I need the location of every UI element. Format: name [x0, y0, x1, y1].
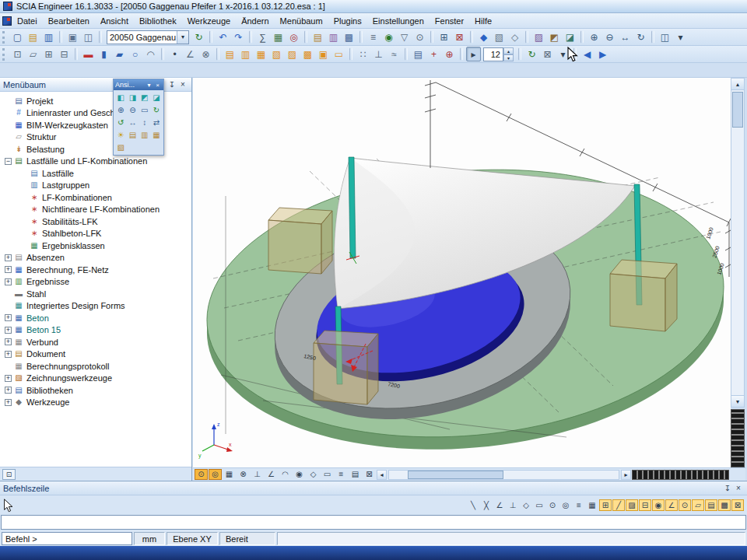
plane-cell[interactable]: Ebene XY [167, 532, 218, 545]
scale-spinner[interactable]: 12 ▴ ▾ [483, 47, 514, 61]
view-axo-2-icon[interactable]: ◨ [127, 92, 138, 103]
tree-expander-icon[interactable] [20, 230, 27, 237]
cursor-snap-toggle[interactable]: ▸ [466, 47, 481, 61]
tree-expander-icon[interactable]: + [5, 327, 12, 334]
menu-item[interactable]: Menübaum [275, 15, 328, 27]
cmd-rectangle-icon[interactable]: ▭ [533, 499, 545, 511]
tree-expander-icon[interactable] [20, 242, 27, 249]
intersection-icon[interactable]: ⊗ [198, 47, 213, 61]
vertical-scrollbar[interactable]: ▴ ▾ [731, 78, 745, 408]
tree-item-design-forms[interactable]: ▦ Integriertes Design Forms [2, 300, 191, 313]
snap-midpoint-toggle-icon[interactable]: ╱ [612, 499, 625, 511]
spinner-down-icon[interactable]: ▾ [503, 54, 514, 61]
tree-expander-icon[interactable]: + [5, 375, 12, 382]
3d-scene-canvas[interactable]: 1000 2500 1000 1250 7200 z x y [193, 78, 731, 467]
spinner-up-icon[interactable]: ▴ [503, 47, 514, 54]
table-results-icon[interactable]: ▩ [342, 30, 356, 44]
snap-grid-icon[interactable]: ▦ [223, 469, 236, 480]
snap-tangent-icon[interactable]: ◠ [279, 469, 292, 480]
snap-ortho-toggle-icon[interactable]: ⊟ [639, 499, 651, 511]
node-icon[interactable]: • [167, 47, 182, 61]
tree-expander-icon[interactable] [5, 121, 12, 128]
document-icon[interactable]: ▤ [310, 30, 325, 44]
dot-grid-icon[interactable]: ∷ [356, 47, 370, 61]
menu-item[interactable]: Plugins [328, 15, 367, 27]
cmd-node-icon[interactable]: ◇ [520, 499, 532, 511]
menu-item[interactable]: Bibliothek [134, 15, 182, 27]
print-icon[interactable]: ▣ [65, 30, 80, 44]
new-project-icon[interactable]: ▢ [10, 30, 25, 44]
draw-beam-icon[interactable]: ▬ [81, 47, 96, 61]
cmd-perpendicular-icon[interactable]: ⊥ [507, 499, 519, 511]
draw-circle-icon[interactable]: ○ [128, 47, 142, 61]
model-viewport[interactable]: 1000 2500 1000 1250 7200 z x y [193, 78, 731, 467]
tree-item-beton[interactable]: + ▦ Beton [2, 312, 191, 324]
tree-item-berechnungsprotokoll[interactable]: ▦ Berechnungsprotokoll [2, 360, 191, 373]
tree-item-verbund[interactable]: + ▦ Verbund [2, 336, 191, 348]
snap-node-icon[interactable]: ◇ [307, 469, 320, 480]
tree-item-lastfaelle-lfk[interactable]: − ▤ Lastfälle und LF-Kombinationen [2, 156, 191, 168]
snap-mesh-toggle-icon[interactable]: ▩ [718, 499, 731, 511]
zoom-all-icon[interactable]: ⊞ [437, 30, 451, 44]
help-topics-icon[interactable]: ◫ [658, 30, 672, 44]
tree-item-bibliotheken[interactable]: + ▤ Bibliotheken [2, 384, 191, 397]
rotate-view-icon[interactable]: ↻ [633, 30, 648, 44]
tree-item-stahl[interactable]: ▬ Stahl [2, 288, 191, 300]
tree-expander-icon[interactable] [20, 170, 27, 177]
pan-icon[interactable]: ↔ [618, 30, 633, 44]
menu-item[interactable]: Bearbeiten [43, 15, 95, 27]
draw-arc-icon[interactable]: ◠ [143, 47, 158, 61]
draw-column-icon[interactable]: ▮ [96, 47, 111, 61]
tree-expander-icon[interactable]: + [5, 266, 12, 273]
tree-expander-icon[interactable] [5, 290, 12, 297]
tree-item-ergebnisklassen[interactable]: ▦ Ergebnisklassen [2, 240, 191, 252]
picture-gallery-icon[interactable]: ▥ [326, 30, 341, 44]
snap-center-toggle-icon[interactable]: ◉ [652, 499, 665, 511]
snap-endpoint-icon[interactable]: ◎ [209, 469, 222, 480]
ucs-icon[interactable]: + [426, 47, 441, 61]
tree-expander-icon[interactable] [20, 218, 27, 225]
scale-value[interactable]: 12 [483, 47, 503, 61]
snap-intersection-toggle-icon[interactable]: ▨ [626, 499, 638, 511]
zoom-in-icon[interactable]: ⊕ [587, 30, 601, 44]
cross-sections-icon[interactable]: ◩ [547, 30, 562, 44]
tree-expander-icon[interactable]: + [5, 387, 12, 394]
tree-item-lf-kombinationen[interactable]: ∗ LF-Kombinationen [2, 191, 191, 204]
command-panel-header[interactable]: Befehlszeile ↧ × [0, 481, 747, 495]
show-loads-icon[interactable]: ▨ [285, 47, 300, 61]
tree-item-ergebnisse[interactable]: + ▥ Ergebnisse [2, 276, 191, 289]
tree-expander-icon[interactable] [5, 145, 12, 152]
ortho-mode-icon[interactable]: ⊥ [371, 47, 386, 61]
zoom-window-icon[interactable]: ▭ [139, 104, 150, 116]
tree-expander-icon[interactable]: + [5, 254, 12, 261]
cmd-cross-icon[interactable]: ╳ [480, 499, 493, 511]
snap-all-toggle-icon[interactable]: ⊠ [731, 499, 744, 511]
cmd-center-icon[interactable]: ◎ [559, 499, 572, 511]
draw-plate-icon[interactable]: ▰ [112, 47, 127, 61]
view-axo-4-icon[interactable]: ◪ [151, 92, 162, 103]
combobox-dropdown-icon[interactable]: ▾ [177, 31, 188, 44]
vscroll-thumb[interactable] [732, 92, 743, 128]
hscroll-left-icon[interactable]: ◂ [377, 470, 387, 480]
snap-point-toggle-icon[interactable]: ⊙ [679, 499, 691, 511]
tree-item-lastfaelle[interactable]: ▤ Lastfälle [2, 167, 191, 180]
libraries-icon[interactable]: ▨ [531, 30, 546, 44]
tree-expander-icon[interactable]: + [5, 399, 12, 406]
snap-polygon-toggle-icon[interactable]: ▱ [692, 499, 704, 511]
materials-icon[interactable]: ◪ [563, 30, 577, 44]
close-icon[interactable]: × [177, 79, 188, 90]
previous-view-icon[interactable]: ◀ [580, 47, 594, 61]
project-combobox[interactable]: 20050 Gaggenau P ▾ [107, 30, 189, 44]
snap-surface-icon[interactable]: ▤ [349, 469, 362, 480]
tree-expander-icon[interactable] [5, 362, 12, 369]
toolbar-grip[interactable] [2, 48, 7, 61]
command-prompt-field[interactable]: Befehl > [2, 532, 132, 545]
angle-icon[interactable]: ∠ [183, 47, 198, 61]
panel-tab-icon[interactable]: ⊡ [2, 469, 16, 480]
select-single-icon[interactable]: ⊡ [10, 47, 25, 61]
lock-view-icon[interactable]: ⊠ [540, 47, 555, 61]
cmd-grid-icon[interactable]: ▦ [586, 499, 598, 511]
snap-angle-icon[interactable]: ∠ [265, 469, 278, 480]
palette-dropdown-icon[interactable]: ▾ [145, 81, 153, 89]
toolbar-dropdown-icon[interactable]: ▾ [673, 30, 688, 44]
